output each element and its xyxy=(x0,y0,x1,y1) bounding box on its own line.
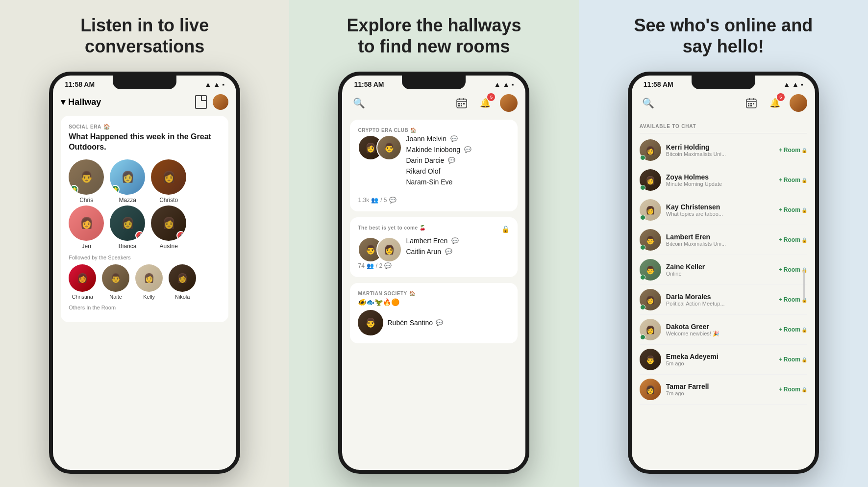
crypto-room-card[interactable]: CRYPTO ERA CLUB 🏠 👩 👨 Joann Melvin 💬 xyxy=(350,120,518,211)
status-icons-1: ▲ ▲ ▪ xyxy=(204,80,224,88)
tamar-room-btn[interactable]: + Room 🔒 xyxy=(778,386,807,393)
listener-christina[interactable]: 👩 Christina xyxy=(69,264,96,300)
online-badge-chris: ⭐ xyxy=(70,185,78,194)
lambert-info: Lambert Eren Bitcoin Maximalists Uni... xyxy=(666,233,726,247)
tamar-sub: 7m ago xyxy=(666,390,709,396)
listeners-row: 👩 Christina 👨 Naite 👩 Ke xyxy=(69,264,221,300)
listener-nikola[interactable]: 👩 Nikola xyxy=(169,264,196,300)
speakers-row-1: 👨 ⭐ Chris 👩 ⭐ Mazza 👩 xyxy=(69,159,221,204)
listener-avatar-kelly: 👩 xyxy=(135,264,163,292)
listener-naite[interactable]: 👨 Naite xyxy=(102,264,129,300)
speaker-name-jen: Jen xyxy=(81,243,91,250)
battery-icon-3: ▪ xyxy=(801,80,803,88)
kay-info: Kay Christensen What topics are taboo... xyxy=(666,203,723,217)
wifi-icon-3: ▲ xyxy=(792,80,799,88)
chat-icon-joann: 💬 xyxy=(450,135,458,142)
lambert-room-btn[interactable]: + Room 🔒 xyxy=(778,236,807,243)
person-tamar[interactable]: 👩 Tamar Farrell 7m ago + Room 🔒 xyxy=(640,375,807,405)
panel-2-title: Explore the hallways to find new rooms xyxy=(336,15,532,57)
mic-off-icon-austrie: 🎤 xyxy=(176,231,185,240)
kay-room-btn[interactable]: + Room 🔒 xyxy=(778,206,807,213)
lock-tamar: 🔒 xyxy=(801,387,807,392)
emeka-sub: 5m ago xyxy=(666,360,719,366)
time-2: 11:58 AM xyxy=(354,80,384,88)
avatar-ruben: 👨 xyxy=(358,310,383,335)
kay-name: Kay Christensen xyxy=(666,203,723,211)
speaker-avatar-jen: 👩 xyxy=(69,205,104,241)
available-label: AVAILABLE TO CHAT xyxy=(640,120,807,133)
speaker-jen[interactable]: 👩 Jen xyxy=(69,205,104,250)
lock-lambert: 🔒 xyxy=(801,237,807,243)
svg-rect-7 xyxy=(458,105,460,106)
svg-rect-14 xyxy=(750,103,752,104)
locked-separator: / 2 xyxy=(376,262,382,269)
person-zaine[interactable]: 👨 Zaine Keller Online + Room 🔒 xyxy=(640,255,807,285)
person-kay[interactable]: 👩 Kay Christensen What topics are taboo.… xyxy=(640,195,807,225)
zaine-name: Zaine Keller xyxy=(666,263,705,271)
locked-count: 74 xyxy=(358,262,364,269)
svg-rect-5 xyxy=(461,103,462,104)
search-button-2[interactable]: 🔍 xyxy=(350,94,368,112)
svg-rect-6 xyxy=(463,103,465,104)
calendar-button-3[interactable] xyxy=(743,94,760,112)
room-card-1[interactable]: SOCIAL ERA 🏠 What Happened this week in … xyxy=(61,116,228,322)
locked-room-card[interactable]: The best is yet to come 🍒 🔒 👨 👩 Lambert … xyxy=(350,217,518,277)
lambert-sub: Bitcoin Maximalists Uni... xyxy=(666,241,726,247)
avatar-makinde: 👨 xyxy=(376,135,402,160)
speaker-caitlin-name: Caitlin Arun xyxy=(406,248,441,256)
kerri-sub: Bitcoin Maximalists Uni... xyxy=(666,151,726,157)
person-zoya[interactable]: 👩 Zoya Holmes Minute Morning Update + Ro… xyxy=(640,165,807,195)
user-avatar-3[interactable] xyxy=(790,94,807,112)
person-lambert[interactable]: 👨 Lambert Eren Bitcoin Maximalists Uni..… xyxy=(640,225,807,255)
document-icon[interactable] xyxy=(195,95,207,109)
person-kerri[interactable]: 👩 Kerri Holding Bitcoin Maximalists Uni.… xyxy=(640,135,807,165)
time-1: 11:58 AM xyxy=(65,80,95,88)
speaker-row-lambert: Lambert Eren 💬 xyxy=(406,237,459,245)
room-title-1: What Happened this week in the Great Out… xyxy=(69,132,221,153)
person-dakota[interactable]: 👩 Dakota Greer Welcome newbies! 🎉 + Room… xyxy=(640,315,807,345)
calendar-button-2[interactable] xyxy=(453,94,471,112)
user-avatar-1[interactable] xyxy=(213,94,228,110)
calendar-icon xyxy=(456,98,467,108)
speaker-bianca[interactable]: 👩 🎤 Bianca xyxy=(110,205,145,250)
person-emeka[interactable]: 👨 Emeka Adeyemi 5m ago + Room 🔒 xyxy=(640,345,807,375)
user-avatar-2[interactable] xyxy=(500,94,518,112)
speaker-mazza[interactable]: 👩 ⭐ Mazza xyxy=(110,159,145,204)
martian-room-card[interactable]: MARTIAN SOCIETY 🏠 🐠🐟🦖🔥🟠 👨 Rubén Santino … xyxy=(350,283,518,343)
zoya-room-btn[interactable]: + Room 🔒 xyxy=(778,177,807,183)
people-icon-crypto: 👥 xyxy=(371,197,378,204)
person-darla[interactable]: 👩 Darla Morales Political Action Meetup.… xyxy=(640,285,807,315)
signal-icon-2: ▲ xyxy=(494,80,501,88)
chat-icon-darin: 💬 xyxy=(448,157,455,164)
svg-rect-16 xyxy=(748,105,749,106)
listener-name-nikola: Nikola xyxy=(175,294,190,300)
speaker-darin-name: Darin Darcie xyxy=(406,156,444,164)
notification-button-3[interactable]: 🔔 5 xyxy=(766,94,784,112)
battery-icon-2: ▪ xyxy=(512,80,514,88)
crypto-speakers: Joann Melvin 💬 Makinde Iniobong 💬 Darin … xyxy=(406,135,471,189)
kerri-room-btn[interactable]: + Room 🔒 xyxy=(778,147,807,154)
speaker-row-rikard: Rikard Olof xyxy=(406,167,471,175)
speaker-austrie[interactable]: 👩 🎤 Austrie xyxy=(151,205,186,250)
dakota-room-btn[interactable]: + Room 🔒 xyxy=(778,326,807,333)
speaker-lambert-name: Lambert Eren xyxy=(406,237,447,245)
speaker-christo[interactable]: 👩 Christo xyxy=(151,159,186,204)
lambert-left: 👨 Lambert Eren Bitcoin Maximalists Uni..… xyxy=(640,229,726,251)
lock-icon: 🔒 xyxy=(501,225,510,233)
phone-1-content: ▾ Hallway SOCIAL ERA 🏠 What Happened thi… xyxy=(53,90,236,460)
kay-left: 👩 Kay Christensen What topics are taboo.… xyxy=(640,199,723,221)
hallway-title-group[interactable]: ▾ Hallway xyxy=(61,97,101,107)
darla-info: Darla Morales Political Action Meetup... xyxy=(666,293,725,307)
emeka-name: Emeka Adeyemi xyxy=(666,353,719,360)
speaker-avatar-chris: 👨 ⭐ xyxy=(69,159,104,195)
scroll-indicator[interactable] xyxy=(803,270,805,300)
others-label: Others In the Room xyxy=(69,305,221,310)
emeka-room-btn[interactable]: + Room 🔒 xyxy=(778,356,807,363)
search-button-3[interactable]: 🔍 xyxy=(640,94,657,112)
speaker-name-chris: Chris xyxy=(79,197,93,204)
listener-kelly[interactable]: 👩 Kelly xyxy=(135,264,163,300)
speaker-chris[interactable]: 👨 ⭐ Chris xyxy=(69,159,104,204)
notification-button-2[interactable]: 🔔 5 xyxy=(476,94,494,112)
kerri-avatar: 👩 xyxy=(640,139,661,161)
darla-sub: Political Action Meetup... xyxy=(666,301,725,307)
